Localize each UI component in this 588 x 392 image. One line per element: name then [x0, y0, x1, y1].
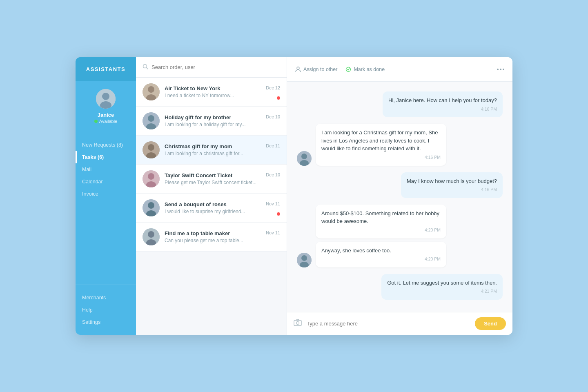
message-bubble-3: Around $50-$100. Something related to he…	[316, 205, 446, 238]
conv-item-2[interactable]: Christmas gift for my mom Dec 11 I am lo…	[136, 136, 287, 165]
message-bubble-2: May I know how much is your budget? 4:16…	[401, 172, 503, 198]
message-bubble-4: Anyway, she loves coffee too. 4:20 PM	[316, 242, 446, 267]
conv-item-5[interactable]: Find me a top table maker Nov 11 Can you…	[136, 223, 287, 252]
conv-title-2: Christmas gift for my mom	[165, 143, 232, 149]
conv-content-4: Send a bouquet of roses Nov 11 I would l…	[165, 201, 280, 214]
conv-date-3: Dec 10	[266, 172, 280, 177]
sidebar-item-settings[interactable]: Settings	[76, 316, 136, 328]
sidebar: ASSISTANTS Janice Available New Requests…	[76, 57, 136, 335]
message-text-2: May I know how much is your budget?	[407, 178, 497, 184]
agent-info: Janice Available	[94, 112, 117, 124]
svg-point-12	[148, 144, 154, 151]
svg-point-9	[148, 115, 154, 122]
conv-item-0[interactable]: Air Ticket to New York Dec 12 I need a t…	[136, 78, 287, 107]
svg-point-18	[148, 202, 154, 209]
svg-point-24	[346, 67, 351, 71]
conv-preview-4: I would like to surprise my girlfriend..…	[165, 209, 280, 214]
conv-preview-0: I need a ticket to NY tomorrow...	[165, 93, 280, 98]
agent-status: Available	[94, 119, 117, 124]
msg-avatar-3	[297, 253, 312, 267]
search-bar	[136, 57, 287, 78]
mark-done-label: Mark as done	[354, 67, 385, 72]
chat-panel: Assign to other Mark as done	[287, 57, 512, 335]
conv-preview-5: Can you please get me a top table...	[165, 238, 280, 243]
person-icon	[295, 67, 301, 72]
conv-item-4[interactable]: Send a bouquet of roses Nov 11 I would l…	[136, 194, 287, 223]
svg-point-6	[148, 86, 154, 93]
msg-avatar-1	[297, 151, 312, 166]
unread-dot-4	[277, 212, 280, 216]
conv-content-5: Find me a top table maker Nov 11 Can you…	[165, 230, 280, 243]
conv-avatar-0	[143, 83, 160, 100]
agent-section: Janice Available	[76, 81, 136, 132]
chat-header: Assign to other Mark as done	[287, 57, 512, 82]
conv-avatar-2	[143, 141, 160, 158]
message-input[interactable]	[307, 321, 470, 327]
conv-content-1: Holiday gift for my brother Dec 10 I am …	[165, 114, 280, 127]
conv-title-0: Air Ticket to New York	[165, 85, 220, 91]
svg-rect-31	[294, 321, 301, 326]
message-bubble-1: I am looking for a Christmas gift for my…	[316, 124, 446, 165]
status-text: Available	[99, 119, 117, 124]
conv-date-2: Dec 11	[266, 143, 280, 148]
conv-avatar-4	[143, 199, 160, 216]
message-time-1: 4:16 PM	[321, 154, 441, 161]
sidebar-item-mail[interactable]: Mail	[76, 163, 136, 176]
sidebar-footer: Merchants Help Settings	[76, 285, 136, 335]
conv-avatar-1	[143, 112, 160, 129]
middle-panel: Air Ticket to New York Dec 12 I need a t…	[136, 57, 287, 335]
sidebar-item-calendar[interactable]: Calendar	[76, 176, 136, 188]
message-bubble-5: Got it. Let me suggest you some of items…	[381, 274, 503, 300]
message-text-3: Around $50-$100. Something related to he…	[321, 210, 439, 225]
search-input[interactable]	[151, 64, 280, 70]
search-icon	[143, 64, 148, 71]
sidebar-nav: New Requests (8) Tasks (6) Mail Calendar…	[76, 132, 136, 285]
sidebar-item-invoice[interactable]: Invoice	[76, 188, 136, 200]
message-text-4: Anyway, she loves coffee too.	[321, 247, 391, 254]
message-time-2: 4:16 PM	[407, 187, 497, 193]
svg-point-26	[301, 154, 307, 159]
sidebar-item-help[interactable]: Help	[76, 304, 136, 316]
conv-preview-2: I am looking for a christmas gift for...	[165, 151, 280, 156]
conv-item-1[interactable]: Holiday gift for my brother Dec 10 I am …	[136, 107, 287, 136]
assign-to-other-button[interactable]: Assign to other	[295, 67, 337, 72]
message-time-4: 4:20 PM	[321, 256, 441, 263]
message-row-2: May I know how much is your budget? 4:16…	[297, 172, 503, 198]
conv-title-4: Send a bouquet of roses	[165, 201, 227, 207]
assign-label: Assign to other	[303, 67, 337, 72]
message-time-3: 4:20 PM	[321, 227, 441, 234]
svg-point-23	[297, 67, 299, 69]
message-group-3: Around $50-$100. Something related to he…	[316, 205, 446, 267]
sidebar-item-merchants[interactable]: Merchants	[76, 292, 136, 304]
more-dot	[500, 69, 501, 70]
message-row-3: Around $50-$100. Something related to he…	[297, 205, 503, 267]
conv-content-3: Taylor Swift Concert Ticket Dec 10 Pleas…	[165, 172, 280, 185]
conv-avatar-3	[143, 170, 160, 187]
message-text-1: I am looking for a Christmas gift for my…	[321, 129, 438, 151]
status-dot	[94, 120, 98, 123]
chat-input-area: Send	[287, 312, 512, 335]
camera-icon[interactable]	[294, 318, 302, 329]
chat-header-actions: Assign to other Mark as done	[295, 67, 385, 72]
svg-point-29	[301, 255, 307, 261]
conv-date-4: Nov 11	[266, 201, 280, 206]
sidebar-item-tasks[interactable]: Tasks (6)	[76, 151, 136, 163]
more-options-button[interactable]	[497, 69, 504, 70]
conv-item-3[interactable]: Taylor Swift Concert Ticket Dec 10 Pleas…	[136, 165, 287, 194]
message-time-5: 4:21 PM	[387, 288, 497, 295]
checkmark-icon	[345, 67, 351, 72]
mark-as-done-button[interactable]: Mark as done	[345, 67, 385, 72]
agent-avatar	[96, 89, 116, 109]
message-bubble-0: Hi, Janice here. How can I help you for …	[383, 91, 503, 117]
conv-date-5: Nov 11	[266, 230, 280, 235]
send-button[interactable]: Send	[475, 317, 506, 330]
unread-dot-0	[277, 96, 280, 100]
conv-title-5: Find me a top table maker	[165, 230, 230, 236]
message-row-1: I am looking for a Christmas gift for my…	[297, 124, 503, 165]
conv-title-3: Taylor Swift Concert Ticket	[165, 172, 232, 178]
conv-date-0: Dec 12	[266, 85, 280, 90]
message-row-5: Got it. Let me suggest you some of items…	[297, 274, 503, 300]
svg-line-4	[147, 68, 148, 69]
sidebar-item-new-requests[interactable]: New Requests (8)	[76, 139, 136, 151]
svg-point-21	[148, 231, 154, 238]
